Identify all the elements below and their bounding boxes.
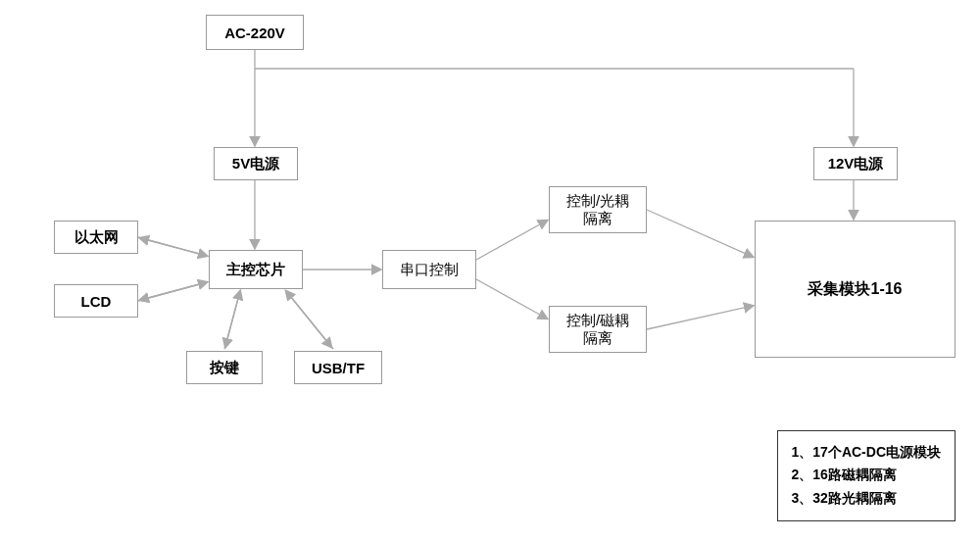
box-daq: 采集模块1-16 <box>755 221 956 358</box>
box-psu5v: 5V电源 <box>214 147 298 180</box>
box-psu12v: 12V电源 <box>813 147 898 180</box>
svg-line-9 <box>140 282 207 300</box>
legend-line-3: 3、32路光耦隔离 <box>792 487 941 511</box>
svg-line-8 <box>138 282 207 301</box>
legend-line-1: 1、17个AC-DC电源模块 <box>792 441 941 465</box>
box-usbtf: USB/TF <box>294 351 382 384</box>
legend-box: 1、17个AC-DC电源模块 2、16路磁耦隔离 3、32路光耦隔离 <box>777 430 956 521</box>
svg-line-6 <box>138 237 207 256</box>
svg-line-16 <box>476 279 547 319</box>
box-ctrl-mag: 控制/磁耦 隔离 <box>549 306 647 353</box>
box-lcd: LCD <box>54 284 138 318</box>
svg-line-18 <box>647 306 753 329</box>
box-keys: 按键 <box>186 351 263 384</box>
box-serial: 串口控制 <box>382 250 476 289</box>
svg-line-11 <box>225 291 240 347</box>
svg-line-17 <box>647 210 753 257</box>
box-ethernet: 以太网 <box>54 221 138 254</box>
svg-line-13 <box>286 291 331 347</box>
box-mcu: 主控芯片 <box>209 250 303 289</box>
box-ctrl-opto: 控制/光耦 隔离 <box>549 186 647 233</box>
box-ac220v: AC-220V <box>206 15 304 50</box>
svg-line-15 <box>476 221 547 260</box>
svg-line-12 <box>286 291 333 349</box>
svg-line-7 <box>140 238 207 256</box>
legend-line-2: 2、16路磁耦隔离 <box>792 464 941 487</box>
svg-line-10 <box>224 291 240 349</box>
